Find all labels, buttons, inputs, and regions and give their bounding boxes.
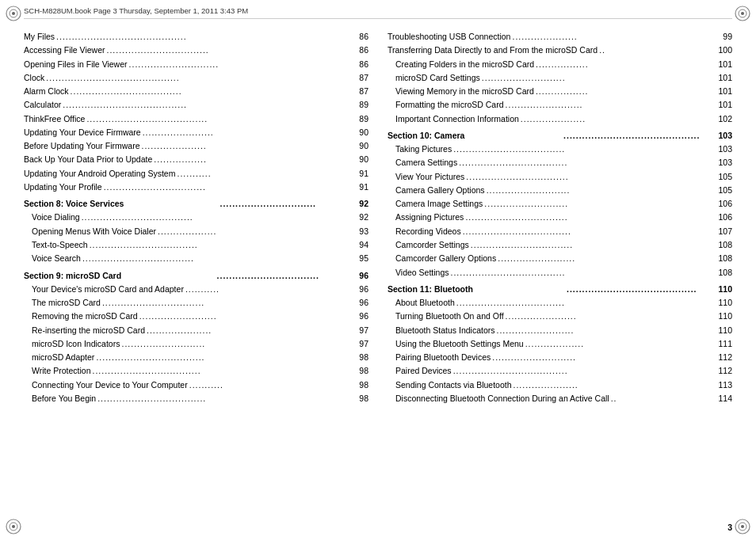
- section-page: 92: [349, 197, 368, 210]
- toc-entry: Your Device's microSD Card and Adapter..…: [24, 283, 368, 295]
- entry-dots: .................................: [102, 296, 345, 309]
- section-page: 110: [713, 283, 732, 295]
- entry-dots: .................................: [465, 211, 708, 223]
- toc-entry: View Your Pictures......................…: [388, 170, 732, 183]
- entry-dots: .......................................: [86, 112, 345, 125]
- entry-dots: .....................: [521, 112, 708, 125]
- entry-page: 92: [346, 211, 368, 223]
- section-page: 103: [713, 129, 732, 142]
- entry-dots: ...................: [525, 337, 708, 350]
- toc-section: Section 9: microSD Card.................…: [24, 269, 368, 282]
- entry-dots: ...................................: [97, 392, 345, 405]
- page-number: 3: [727, 523, 732, 532]
- toc-entry: Camera Settings.........................…: [388, 156, 732, 169]
- svg-point-11: [741, 525, 744, 528]
- entry-text: Text-to-Speech: [32, 238, 88, 251]
- entry-text: The microSD Card: [32, 296, 101, 309]
- entry-text: Before You Begin: [32, 392, 96, 405]
- entry-text: Paired Devices: [395, 364, 452, 377]
- entry-text: Opening Menus With Voice Dialer: [32, 225, 156, 238]
- toc-entry: Opening Files in File Viewer............…: [24, 58, 368, 70]
- entry-text: Your Device's microSD Card and Adapter: [32, 283, 184, 295]
- toc-entry: The microSD Card........................…: [24, 296, 368, 309]
- section-title: Section 9: microSD Card: [24, 269, 187, 282]
- section-dots: ........................................…: [551, 129, 714, 142]
- header-text: SCH-M828UM.book Page 3 Thursday, Septemb…: [24, 6, 248, 15]
- entry-page: 89: [346, 98, 368, 111]
- entry-text: Creating Folders in the microSD Card: [395, 58, 534, 70]
- entry-text: Connecting Your Device to Your Computer: [32, 378, 188, 391]
- entry-dots: .................................: [471, 238, 708, 251]
- toc-section: Section 8: Voice Services...............…: [24, 197, 368, 210]
- entry-page: 106: [710, 197, 732, 210]
- entry-dots: ........................................…: [56, 30, 345, 43]
- entry-page: 90: [346, 139, 368, 152]
- entry-page: 96: [346, 283, 368, 295]
- entry-page: 98: [346, 392, 368, 405]
- entry-text: Formatting the microSD Card: [395, 98, 504, 111]
- entry-dots: .............................: [129, 58, 345, 70]
- toc-entry: Turning Bluetooth On and Off............…: [388, 310, 732, 322]
- entry-page: 89: [346, 112, 368, 125]
- entry-text: Accessing File Viewer: [24, 44, 105, 56]
- entry-page: 94: [346, 238, 368, 251]
- entry-page: 98: [346, 378, 368, 391]
- toc-entry: Connecting Your Device to Your Computer.…: [24, 378, 368, 391]
- entry-page: 102: [710, 112, 732, 125]
- entry-page: 110: [710, 310, 732, 322]
- entry-text: ThinkFree Office: [24, 112, 85, 125]
- entry-page: 105: [710, 170, 732, 183]
- section-title: Section 8: Voice Services: [24, 197, 187, 210]
- entry-page: 96: [346, 310, 368, 322]
- toc-entry: Removing the microSD Card...............…: [24, 310, 368, 322]
- entry-page: 100: [710, 44, 732, 56]
- entry-page: 95: [346, 252, 368, 264]
- entry-dots: ..: [611, 392, 708, 405]
- left-column: My Files................................…: [24, 30, 368, 518]
- toc-entry: Camera Gallery Options..................…: [388, 184, 732, 196]
- entry-page: 114: [710, 392, 732, 405]
- toc-entry: Camcorder Settings......................…: [388, 238, 732, 251]
- section-dots: ........................................…: [551, 283, 714, 295]
- toc-entry: microSD Adapter.........................…: [24, 351, 368, 363]
- entry-page: 98: [346, 364, 368, 377]
- toc-section: Section 10: Camera......................…: [388, 129, 732, 142]
- entry-text: Back Up Your Data Prior to Update: [24, 153, 152, 165]
- entry-dots: ...................................: [93, 364, 346, 377]
- entry-text: Updating Your Device Firmware: [24, 126, 141, 139]
- entry-page: 87: [346, 71, 368, 84]
- toc-entry: Recording Videos........................…: [388, 225, 732, 238]
- entry-dots: ...................................: [96, 351, 345, 363]
- entry-dots: .....................: [514, 378, 708, 391]
- entry-text: Re-inserting the microSD Card: [32, 324, 145, 337]
- toc-entry: Write Protection........................…: [24, 364, 368, 377]
- toc-entry: Before You Begin........................…: [24, 392, 368, 405]
- toc-entry: My Files................................…: [24, 30, 368, 43]
- toc-entry: Before Updating Your Firmware...........…: [24, 139, 368, 152]
- entry-page: 103: [710, 143, 732, 155]
- section-title: Section 11: Bluetooth: [388, 283, 551, 295]
- entry-dots: ...........................: [484, 197, 708, 210]
- svg-point-5: [741, 12, 744, 15]
- entry-dots: .....................: [512, 30, 708, 43]
- entry-text: Opening Files in File Viewer: [24, 58, 128, 70]
- toc-entry: Sending Contacts via Bluetooth..........…: [388, 378, 732, 391]
- entry-page: 99: [710, 30, 732, 43]
- entry-text: Pairing Bluetooth Devices: [395, 351, 491, 363]
- entry-page: 98: [346, 351, 368, 363]
- entry-page: 87: [346, 85, 368, 97]
- svg-point-2: [12, 12, 15, 15]
- entry-dots: .................................: [107, 44, 345, 56]
- toc-entry: Using the Bluetooth Settings Menu.......…: [388, 337, 732, 350]
- entry-text: Viewing Memory in the microSD Card: [395, 85, 534, 97]
- entry-text: microSD Card Settings: [395, 71, 480, 84]
- entry-text: Camera Settings: [395, 156, 457, 169]
- entry-text: Bluetooth Status Indicators: [395, 324, 495, 337]
- entry-text: Disconnecting Bluetooth Connection Durin…: [395, 392, 609, 405]
- entry-page: 86: [346, 30, 368, 43]
- entry-page: 90: [346, 126, 368, 139]
- entry-dots: ...........................: [121, 337, 345, 350]
- entry-dots: ...........: [185, 283, 345, 295]
- entry-text: Voice Dialing: [32, 211, 80, 223]
- entry-dots: .........................: [139, 310, 345, 322]
